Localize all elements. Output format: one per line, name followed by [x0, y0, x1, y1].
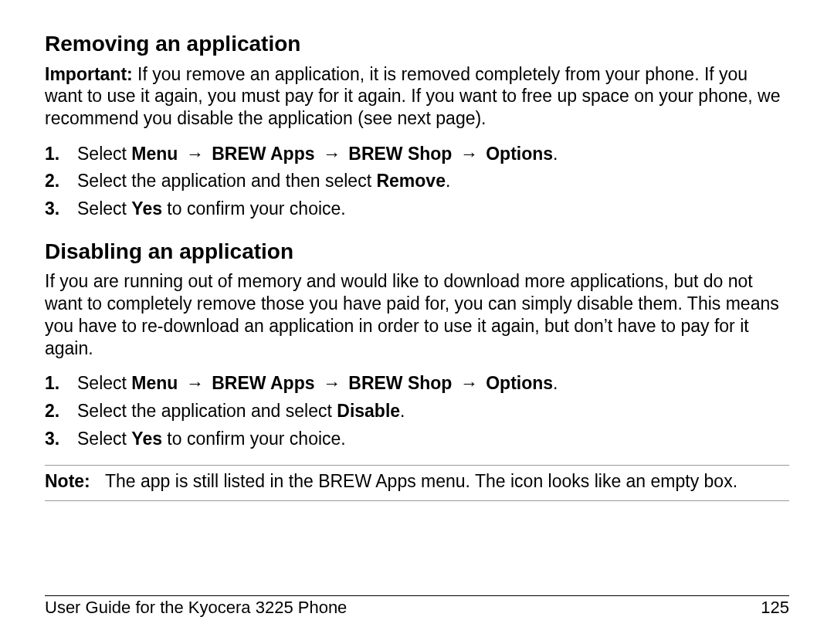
step-text: Select: [77, 198, 131, 219]
step-marker: 1.: [45, 370, 59, 398]
path-brew-shop: BREW Shop: [348, 373, 452, 393]
removing-steps: 1. Select Menu → BREW Apps → BREW Shop →…: [45, 141, 789, 223]
important-label: Important:: [45, 64, 133, 84]
footer-title: User Guide for the Kyocera 3225 Phone: [45, 598, 347, 618]
step-text-post: to confirm your choice.: [162, 198, 346, 219]
yes-label: Yes: [131, 429, 162, 449]
period: .: [400, 401, 405, 421]
document-page: Removing an application Important: If yo…: [0, 0, 834, 644]
step-marker: 3.: [45, 425, 59, 453]
footer-rule: [45, 595, 789, 596]
important-text: If you remove an application, it is remo…: [45, 64, 781, 129]
important-paragraph: Important: If you remove an application,…: [45, 63, 789, 130]
list-item: 3. Select Yes to confirm your choice.: [45, 425, 789, 453]
disabling-steps: 1. Select Menu → BREW Apps → BREW Shop →…: [45, 370, 789, 452]
path-brew-apps: BREW Apps: [212, 144, 314, 164]
step-marker: 1.: [45, 141, 59, 168]
page-number: 125: [761, 598, 789, 618]
step-text: Select the application and then select: [77, 171, 376, 191]
remove-label: Remove: [376, 171, 445, 191]
note-label: Note:: [45, 470, 105, 493]
period: .: [553, 144, 558, 164]
step-marker: 2.: [45, 398, 59, 425]
section-removing-app: Removing an application Important: If yo…: [45, 31, 789, 223]
step-text: Select the application and select: [77, 401, 337, 421]
step-text: Select: [77, 429, 131, 449]
path-options: Options: [486, 373, 553, 393]
path-options: Options: [486, 144, 553, 164]
yes-label: Yes: [131, 198, 162, 219]
arrow-icon: →: [183, 141, 207, 168]
arrow-icon: →: [457, 370, 481, 398]
arrow-icon: →: [320, 141, 344, 168]
section-disabling-app: Disabling an application If you are runn…: [45, 239, 789, 501]
path-brew-shop: BREW Shop: [348, 144, 452, 164]
arrow-icon: →: [183, 370, 207, 398]
list-item: 2. Select the application and then selec…: [45, 168, 789, 195]
menu-path: Menu → BREW Apps → BREW Shop → Options: [131, 373, 553, 393]
path-brew-apps: BREW Apps: [212, 373, 314, 393]
heading-removing: Removing an application: [45, 31, 789, 57]
path-menu: Menu: [131, 144, 178, 164]
arrow-icon: →: [457, 141, 481, 168]
heading-disabling: Disabling an application: [45, 239, 789, 265]
list-item: 2. Select the application and select Dis…: [45, 398, 789, 425]
list-item: 1. Select Menu → BREW Apps → BREW Shop →…: [45, 370, 789, 398]
disable-label: Disable: [337, 401, 400, 421]
step-text-post: to confirm your choice.: [162, 429, 346, 449]
step-marker: 2.: [45, 168, 59, 195]
list-item: 3. Select Yes to confirm your choice.: [45, 195, 789, 223]
step-text: Select: [77, 144, 131, 164]
note-text: The app is still listed in the BREW Apps…: [105, 470, 789, 493]
step-marker: 3.: [45, 195, 59, 223]
path-menu: Menu: [131, 373, 178, 393]
disabling-intro: If you are running out of memory and wou…: [45, 270, 789, 359]
arrow-icon: →: [320, 370, 344, 398]
page-footer: User Guide for the Kyocera 3225 Phone 12…: [45, 598, 789, 618]
list-item: 1. Select Menu → BREW Apps → BREW Shop →…: [45, 141, 789, 168]
step-text: Select: [77, 373, 131, 393]
period: .: [553, 373, 558, 393]
period: .: [446, 171, 450, 191]
note-box: Note: The app is still listed in the BRE…: [45, 465, 789, 501]
menu-path: Menu → BREW Apps → BREW Shop → Options: [131, 144, 553, 164]
